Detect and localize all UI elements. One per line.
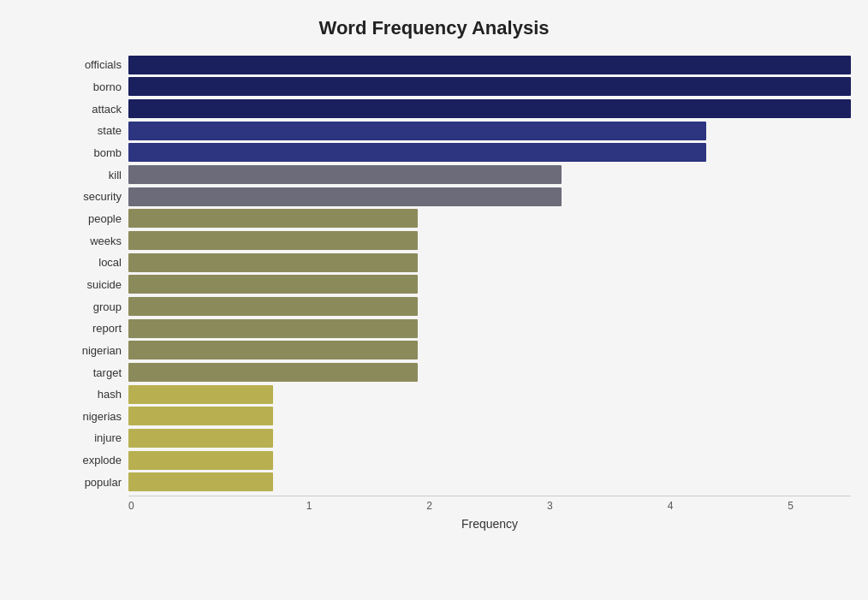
- x-tick: 2: [369, 496, 490, 512]
- bar: [128, 77, 851, 96]
- bar-row: borno: [68, 77, 851, 98]
- bar-label: report: [68, 322, 128, 335]
- x-tick: 5: [730, 496, 851, 512]
- bar: [128, 297, 418, 316]
- bar-label: kill: [68, 169, 128, 181]
- bar: [128, 429, 273, 448]
- bar-row: injure: [68, 428, 851, 449]
- bar-label: state: [68, 124, 128, 137]
- bar-label: local: [68, 256, 128, 269]
- bar-track: [128, 297, 851, 316]
- bar-track: [128, 385, 851, 404]
- bar: [128, 407, 273, 425]
- bar-row: target: [68, 362, 851, 383]
- bar: [128, 56, 851, 74]
- bar-row: kill: [68, 164, 851, 185]
- bar-label: attack: [68, 103, 128, 116]
- bar-track: [128, 231, 851, 250]
- bar: [128, 187, 562, 206]
- bar-track: [128, 341, 851, 359]
- bar-row: popular: [68, 472, 851, 492]
- bar-row: local: [68, 252, 851, 273]
- x-axis: 012345: [128, 496, 851, 512]
- chart-container: Word Frequency Analysis officialsbornoat…: [0, 0, 868, 600]
- bar-track: [128, 407, 851, 425]
- bar: [128, 451, 273, 470]
- x-axis-label: Frequency: [128, 517, 851, 531]
- bar-label: weeks: [68, 235, 128, 247]
- bar-track: [128, 429, 851, 448]
- chart-area: officialsbornoattackstatebombkillsecurit…: [68, 55, 851, 492]
- bar-track: [128, 99, 851, 118]
- bar: [128, 165, 562, 184]
- bar-label: group: [68, 300, 128, 313]
- bar-row: officials: [68, 55, 851, 75]
- bar-label: security: [68, 190, 128, 203]
- bar-label: officials: [68, 58, 128, 71]
- bar-row: nigerias: [68, 407, 851, 427]
- bar-row: hash: [68, 384, 851, 405]
- bar-row: nigerian: [68, 341, 851, 361]
- bar-track: [128, 363, 851, 382]
- bar: [128, 341, 418, 359]
- bar: [128, 143, 706, 162]
- bar-track: [128, 451, 851, 470]
- x-tick: 0: [128, 496, 249, 512]
- bar-track: [128, 165, 851, 184]
- bar-track: [128, 319, 851, 338]
- bar: [128, 253, 418, 272]
- chart-title: Word Frequency Analysis: [68, 17, 851, 39]
- bar-row: security: [68, 187, 851, 207]
- bar-track: [128, 209, 851, 228]
- bar: [128, 385, 273, 404]
- bar-track: [128, 472, 851, 491]
- bar-row: group: [68, 296, 851, 317]
- bar-row: report: [68, 318, 851, 339]
- bar-row: weeks: [68, 230, 851, 251]
- bar: [128, 275, 418, 294]
- bar-row: explode: [68, 450, 851, 471]
- bar: [128, 122, 706, 140]
- bar-track: [128, 253, 851, 272]
- bar-label: suicide: [68, 278, 128, 291]
- bar-row: state: [68, 121, 851, 141]
- bar-track: [128, 77, 851, 96]
- bar: [128, 472, 273, 491]
- bar: [128, 99, 851, 118]
- bar-row: people: [68, 209, 851, 229]
- x-tick: 1: [249, 496, 370, 512]
- bar: [128, 231, 418, 250]
- x-tick: 4: [610, 496, 731, 512]
- bar: [128, 363, 418, 382]
- bar-row: suicide: [68, 275, 851, 295]
- bar-label: bomb: [68, 146, 128, 159]
- x-tick: 3: [490, 496, 610, 512]
- bar: [128, 319, 418, 338]
- bar-label: target: [68, 366, 128, 379]
- bar-row: bomb: [68, 143, 851, 163]
- bar-track: [128, 143, 851, 162]
- bar-label: nigerian: [68, 344, 128, 357]
- bar-label: popular: [68, 476, 128, 489]
- bar-track: [128, 275, 851, 294]
- bar-label: borno: [68, 80, 128, 93]
- bar-label: explode: [68, 454, 128, 466]
- bar-label: nigerias: [68, 410, 128, 423]
- bar-label: hash: [68, 388, 128, 401]
- bar-row: attack: [68, 98, 851, 119]
- bar-track: [128, 187, 851, 206]
- bar-label: injure: [68, 431, 128, 444]
- bar-track: [128, 56, 851, 74]
- bar-track: [128, 122, 851, 140]
- bar: [128, 209, 418, 228]
- bar-label: people: [68, 212, 128, 225]
